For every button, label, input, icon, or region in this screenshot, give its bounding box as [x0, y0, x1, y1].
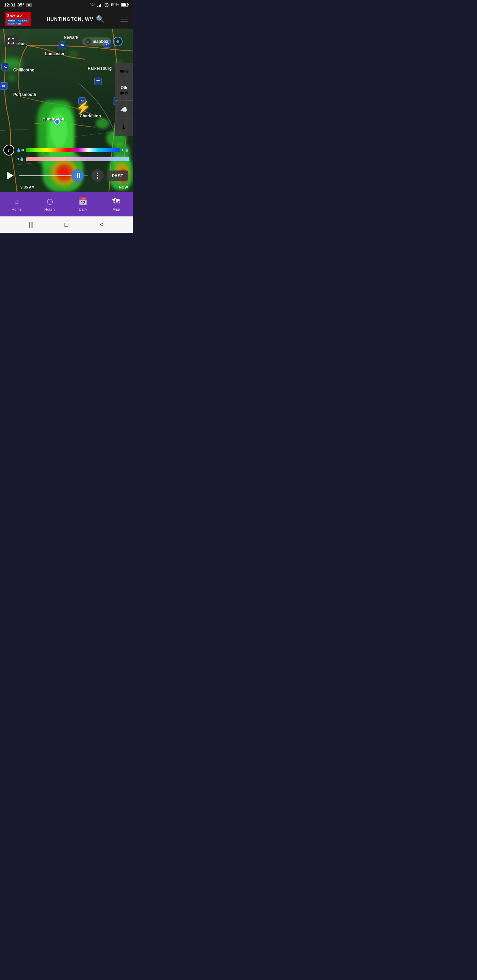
24h-label: 24h — [121, 86, 127, 89]
city-parkersburg: Parkersburg — [88, 66, 112, 71]
svg-rect-10 — [128, 4, 129, 5]
station-call-sign: WSAZ — [10, 14, 22, 18]
city-newark: Newark — [64, 35, 78, 40]
location-display[interactable]: HUNTINGTON, WV 🔍 — [47, 15, 105, 23]
precip-icon: 🌧❄ — [119, 68, 129, 75]
precip-legend-icon: 💧❄ — [16, 148, 24, 153]
nav-daily[interactable]: 📅 Daily — [66, 192, 100, 216]
location-dot — [116, 40, 119, 43]
highway-77-mid: 77 — [94, 78, 102, 85]
user-location-dot — [54, 119, 60, 124]
thumb-line — [77, 173, 78, 178]
thumb-line — [79, 173, 80, 178]
now-label: NOW — [119, 185, 128, 189]
past-button[interactable]: PAST — [107, 170, 128, 181]
svg-rect-0 — [97, 6, 98, 7]
menu-line — [121, 19, 128, 19]
clouds-icon: ☁️ — [120, 106, 128, 113]
expand-arrows-icon — [8, 38, 14, 45]
battery-display: 69% — [111, 2, 119, 7]
svg-rect-9 — [121, 3, 126, 6]
menu-line — [121, 21, 128, 21]
city-portsmouth: Portsmouth — [13, 92, 36, 97]
recent-apps-button[interactable]: ||| — [24, 218, 38, 231]
search-icon[interactable]: 🔍 — [96, 15, 105, 23]
precip-24h-layer-btn[interactable]: 24h 🌧❄ — [115, 80, 133, 101]
status-right: 69% — [90, 2, 129, 7]
logo-box: 3 WSAZ FIRST ALERT WEATHER — [5, 12, 31, 26]
snow-icon-left: ❄💧 — [16, 157, 24, 161]
legend-row-precip: i 💧❄ ❄💧 — [3, 145, 129, 156]
nav-home[interactable]: ⌂ Home — [0, 192, 34, 216]
app-logo: 3 WSAZ FIRST ALERT WEATHER — [5, 12, 31, 26]
first-alert-label: FIRST ALERT — [7, 19, 29, 22]
highway-70: 70 — [59, 41, 66, 49]
daily-label: Daily — [79, 207, 87, 211]
info-button[interactable]: i — [3, 145, 14, 156]
precip-24h-icon: 🌧❄ — [120, 90, 128, 95]
back-icon: < — [100, 221, 104, 228]
status-left: 12:31 85° ✕ — [4, 2, 32, 8]
alarm-icon — [104, 2, 109, 7]
timeline-bar: PAST — [0, 169, 133, 182]
time-display: 12:31 — [4, 2, 15, 8]
close-app-icon[interactable]: ✕ — [26, 3, 32, 7]
play-button[interactable] — [5, 170, 16, 181]
weather-label: WEATHER — [7, 22, 22, 25]
clouds-layer-btn[interactable]: ☁️ — [115, 101, 133, 118]
thermometer-icon: 🌡 — [121, 123, 127, 131]
signal-icon — [97, 3, 102, 7]
hamburger-menu[interactable] — [121, 17, 128, 21]
station-number: 3 — [7, 13, 10, 18]
location-circle-btn[interactable] — [113, 37, 123, 46]
wifi-icon — [90, 3, 95, 7]
menu-line — [121, 17, 128, 18]
map-icon: 🗺 — [112, 197, 120, 206]
recent-apps-icon: ||| — [29, 221, 34, 228]
map-label: Map — [113, 207, 120, 211]
highway-71: 71 — [2, 63, 9, 70]
thumb-grip — [76, 173, 80, 178]
nav-hourly[interactable]: ◷ Hourly — [34, 192, 67, 216]
temp-layer-btn[interactable]: 🌡 — [115, 118, 133, 136]
thumb-line — [76, 173, 76, 178]
start-time-label: 9:35 AM — [21, 185, 35, 189]
svg-line-5 — [107, 5, 107, 6]
expand-map-button[interactable] — [5, 35, 18, 48]
home-button[interactable]: □ — [60, 218, 73, 231]
home-sys-icon: □ — [65, 221, 69, 228]
nav-map[interactable]: 🗺 Map — [100, 192, 133, 216]
mapbox-text: mapbox — [93, 39, 108, 44]
legend-bar: i 💧❄ ❄💧 ❄💧 — [0, 145, 133, 161]
status-bar: 12:31 85° ✕ 69% — [0, 0, 133, 10]
hourly-label: Hourly — [44, 207, 55, 211]
map-layer-buttons: 🌧❄ 24h 🌧❄ ☁️ 🌡 — [115, 63, 133, 136]
app-header: 3 WSAZ FIRST ALERT WEATHER HUNTINGTON, W… — [0, 10, 133, 29]
lightning-icon: ⚡ — [76, 100, 91, 115]
snow-legend-icon: ❄💧 — [121, 148, 129, 153]
svg-line-6 — [105, 3, 106, 4]
city-lancaster: Lancaster — [45, 51, 65, 56]
time-labels: 9:35 AM NOW — [21, 185, 128, 189]
back-button[interactable]: < — [95, 218, 108, 231]
battery-icon — [121, 3, 129, 7]
daily-icon: 📅 — [78, 197, 88, 206]
timeline-thumb[interactable] — [72, 169, 84, 182]
more-options-button[interactable] — [91, 169, 104, 182]
precip-gradient — [26, 148, 120, 152]
bottom-navigation: ⌂ Home ◷ Hourly 📅 Daily 🗺 Map — [0, 192, 133, 216]
svg-rect-2 — [100, 4, 101, 7]
hourly-icon: ◷ — [47, 197, 53, 206]
mapbox-logo: ◎ mapbox — [82, 37, 111, 46]
svg-line-7 — [107, 3, 108, 4]
home-icon: ⌂ — [14, 197, 19, 206]
mapbox-compass-icon: ◎ — [85, 38, 91, 45]
timeline-fill — [19, 175, 78, 176]
system-nav-bar: ||| □ < — [0, 216, 133, 233]
more-dot — [97, 177, 98, 179]
timeline-track[interactable] — [19, 175, 88, 176]
location-text: HUNTINGTON, WV — [47, 16, 93, 22]
map-container[interactable]: Columbus Newark Lancaster Chillicothe Po… — [0, 29, 133, 192]
more-dot — [97, 175, 98, 176]
precip-layer-btn[interactable]: 🌧❄ — [115, 63, 133, 80]
